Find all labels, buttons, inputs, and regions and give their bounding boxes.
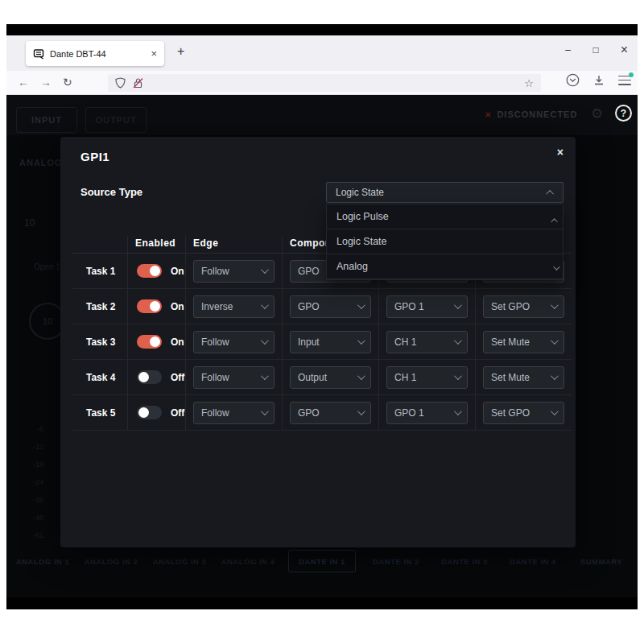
back-icon[interactable]: ← (18, 76, 29, 88)
chevron-up-icon (546, 189, 554, 197)
table-row-task-5: Task 5 Off Follow GPO GPO 1 Set GPO (72, 395, 572, 431)
chevron-down-icon (261, 266, 269, 274)
browser-chrome: Dante DBT-44 × + − □ × ← → ↻ (6, 35, 638, 95)
component-dropdown[interactable]: Output (290, 366, 371, 389)
chevron-down-icon (261, 372, 269, 380)
component-dropdown[interactable]: Input (290, 331, 371, 353)
edge-dropdown[interactable]: Follow (193, 331, 275, 353)
channel-dropdown[interactable]: CH 1 (386, 366, 468, 389)
modal-close-icon[interactable]: × (557, 147, 564, 158)
channel-dropdown[interactable]: CH 1 (386, 331, 468, 353)
toggle-state-label: On (171, 336, 184, 348)
browser-tab-bar: Dante DBT-44 × + − □ × (6, 35, 638, 71)
chevron-down-icon (454, 407, 462, 415)
scroll-up-icon[interactable] (553, 212, 558, 226)
action-dropdown[interactable]: Set Mute (483, 331, 564, 353)
toggle-state-label: Off (171, 372, 184, 383)
forward-icon[interactable]: → (40, 76, 52, 88)
chevron-down-icon (261, 336, 269, 345)
chevron-down-icon (357, 407, 365, 415)
task-label: Task 2 (72, 289, 127, 324)
window-controls: − □ × (564, 43, 628, 56)
source-type-value: Logic State (336, 187, 384, 198)
chevron-down-icon (551, 407, 559, 415)
chevron-down-icon (261, 301, 269, 309)
tab-title: Dante DBT-44 (50, 49, 145, 59)
screenshot-root: Dante DBT-44 × + − □ × ← → ↻ (0, 0, 644, 644)
chevron-down-icon (551, 301, 559, 309)
enabled-toggle[interactable] (137, 299, 162, 313)
chevron-down-icon (357, 301, 365, 309)
enabled-toggle[interactable] (137, 335, 162, 349)
channel-dropdown[interactable]: GPO 1 (386, 295, 468, 318)
chevron-down-icon (454, 301, 462, 309)
chevron-down-icon (357, 336, 365, 345)
browser-tab[interactable]: Dante DBT-44 × (26, 41, 164, 66)
edge-dropdown[interactable]: Follow (193, 366, 275, 389)
action-dropdown[interactable]: Set GPO (483, 295, 564, 318)
shield-icon[interactable] (115, 77, 126, 89)
header-task (72, 236, 127, 253)
modal-title: GPI1 (80, 150, 109, 163)
nav-right-icons (566, 73, 631, 87)
download-icon[interactable] (592, 74, 605, 87)
insecure-lock-icon[interactable] (133, 77, 143, 89)
toggle-state-label: On (171, 266, 184, 277)
source-type-select[interactable]: Logic State (326, 182, 564, 203)
window-minimize-icon[interactable]: − (564, 44, 571, 56)
chevron-down-icon (261, 407, 269, 415)
top-black-strip (6, 24, 638, 35)
gpi-modal: × GPI1 Source Type Logic State Logic Pul… (60, 137, 576, 547)
enabled-toggle[interactable] (137, 264, 162, 278)
chevron-down-icon (551, 336, 559, 345)
header-edge: Edge (185, 236, 282, 253)
edge-dropdown[interactable]: Follow (193, 402, 275, 424)
bookmark-star-icon[interactable]: ☆ (524, 77, 534, 89)
action-dropdown[interactable]: Set Mute (483, 366, 564, 389)
table-row-task-4: Task 4 Off Follow Output CH 1 Set Mute (72, 360, 572, 395)
source-type-dropdown-list: Logic Pulse Logic State Analog (326, 204, 564, 280)
action-dropdown[interactable]: Set GPO (483, 402, 564, 424)
enabled-toggle[interactable] (137, 406, 162, 419)
pocket-icon[interactable] (566, 73, 580, 87)
option-analog[interactable]: Analog (327, 254, 563, 279)
chevron-down-icon (454, 336, 462, 345)
scroll-down-icon[interactable] (553, 259, 558, 274)
task-label: Task 1 (72, 254, 127, 288)
address-bar[interactable]: ☆ (108, 74, 541, 92)
menu-hamburger-icon[interactable] (618, 75, 631, 86)
enabled-toggle[interactable] (137, 370, 162, 384)
channel-dropdown[interactable]: GPO 1 (386, 402, 468, 424)
table-row-task-3: Task 3 On Follow Input CH 1 Set Mute (72, 324, 572, 360)
chevron-down-icon (454, 372, 462, 380)
component-dropdown[interactable]: GPO (290, 402, 371, 424)
browser-nav-bar: ← → ↻ ☆ (6, 71, 638, 95)
help-icon[interactable]: ? (615, 105, 632, 122)
menu-notification-dot (629, 72, 634, 77)
task-label: Task 4 (72, 360, 127, 394)
toggle-state-label: On (171, 301, 184, 312)
option-logic-pulse[interactable]: Logic Pulse (327, 204, 563, 229)
site-favicon-icon (33, 48, 44, 60)
task-label: Task 3 (72, 324, 127, 359)
table-row-task-2: Task 2 On Inverse GPO GPO 1 Set GPO (72, 289, 572, 324)
component-dropdown[interactable]: GPO (290, 295, 371, 318)
tab-close-icon[interactable]: × (151, 48, 157, 59)
edge-dropdown[interactable]: Follow (193, 260, 275, 283)
option-logic-state[interactable]: Logic State (327, 229, 563, 254)
chevron-down-icon (357, 372, 365, 380)
header-enabled: Enabled (127, 236, 185, 253)
source-type-label: Source Type (80, 186, 142, 198)
chevron-down-icon (551, 372, 559, 380)
task-label: Task 5 (72, 395, 127, 430)
window-close-icon[interactable]: × (621, 43, 628, 56)
new-tab-button[interactable]: + (177, 44, 184, 59)
bottom-black-strip (6, 597, 638, 609)
window-maximize-icon[interactable]: □ (592, 45, 598, 55)
edge-dropdown[interactable]: Inverse (193, 295, 275, 318)
toggle-state-label: Off (171, 407, 184, 419)
reload-icon[interactable]: ↻ (63, 76, 72, 88)
